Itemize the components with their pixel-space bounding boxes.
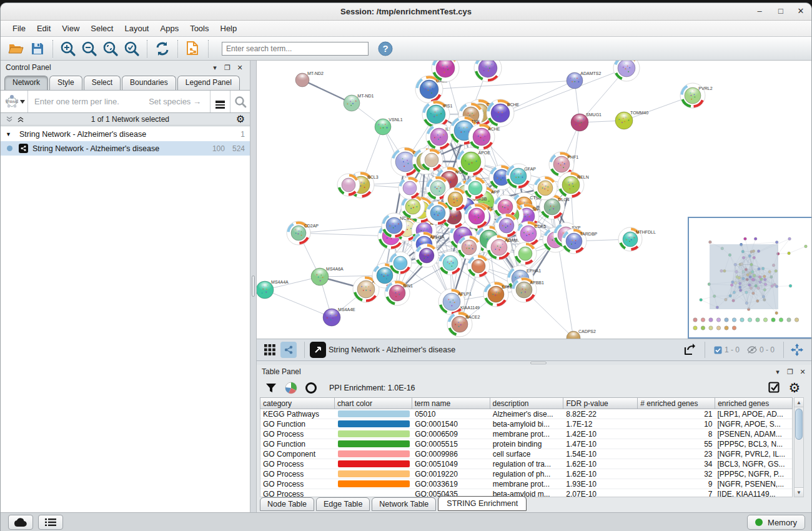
table-row[interactable]: KEGG Pathways05010Alzheimer's dise...8.8…: [260, 409, 792, 419]
network-node-n6[interactable]: [613, 61, 640, 81]
column-header-category[interactable]: category: [260, 397, 335, 409]
network-node-ms4a6a[interactable]: MS4A6A: [311, 267, 344, 285]
singleton-node[interactable]: [795, 318, 798, 322]
help-button[interactable]: ?: [376, 39, 395, 58]
open-session-button[interactable]: [7, 39, 26, 58]
network-node-n8[interactable]: [415, 244, 438, 267]
singleton-node[interactable]: [756, 318, 760, 322]
network-node-n2[interactable]: [474, 61, 502, 82]
singleton-node[interactable]: [732, 318, 736, 322]
table-row[interactable]: GO ProcessGO:0051049regulation of tra...…: [260, 459, 792, 469]
column-header-term-name[interactable]: term name: [412, 397, 490, 409]
menu-layout[interactable]: Layout: [119, 22, 154, 35]
network-node-ms4a4a[interactable]: MS4A4A: [257, 280, 289, 299]
birdseye-toggle-button[interactable]: [789, 342, 805, 358]
scroll-up-icon[interactable]: ▲: [795, 398, 803, 407]
tab-string-enrichment[interactable]: STRING Enrichment: [438, 496, 527, 511]
table-row[interactable]: GO ProcessGO:0019220regulation of ph...1…: [260, 469, 792, 479]
network-node-tardbp[interactable]: TARDBP: [562, 229, 598, 254]
network-node-bace2[interactable]: BACE2: [447, 312, 480, 337]
panel-float-icon[interactable]: ❐: [222, 64, 232, 72]
network-node-f13[interactable]: [399, 177, 421, 199]
network-node-f14[interactable]: [533, 176, 557, 200]
panel-menu-icon[interactable]: ▾: [773, 368, 783, 376]
singleton-node[interactable]: [709, 326, 713, 330]
menu-select[interactable]: Select: [85, 22, 119, 35]
collapse-all-icon[interactable]: [6, 116, 13, 123]
minimize-button[interactable]: –: [753, 6, 766, 17]
tab-node-table[interactable]: Node Table: [260, 497, 314, 511]
column-header--enriched-genes[interactable]: # enriched genes: [638, 397, 715, 409]
network-node-mt-nd2[interactable]: MT-ND2: [295, 71, 324, 87]
singleton-node[interactable]: [693, 326, 697, 330]
refresh-button[interactable]: [153, 39, 172, 58]
menu-edit[interactable]: Edit: [31, 22, 56, 35]
singleton-node[interactable]: [771, 318, 775, 322]
network-node-f10[interactable]: [438, 251, 462, 275]
splitter-handle[interactable]: [530, 362, 547, 364]
network-canvas[interactable]: MT-ND2MT-ND1VSNL1GAB2IRS1CHATBCHEIL1BTNF…: [257, 61, 812, 339]
splitter-handle[interactable]: [252, 275, 255, 297]
string-options-button[interactable]: [210, 91, 230, 112]
cloud-tasks-button[interactable]: [8, 515, 33, 530]
export-network-button[interactable]: [681, 342, 697, 358]
vertical-splitter[interactable]: [250, 61, 257, 512]
scroll-down-icon[interactable]: ▼: [795, 487, 803, 497]
tab-boundaries[interactable]: Boundaries: [122, 76, 176, 90]
network-node-f15[interactable]: [389, 252, 412, 274]
zoom-out-button[interactable]: [80, 39, 99, 58]
network-node-n11[interactable]: [464, 204, 489, 229]
singleton-node[interactable]: [716, 326, 720, 330]
tab-select[interactable]: Select: [84, 76, 121, 90]
table-row[interactable]: GO ProcessGO:0033619membrane prot...1.93…: [260, 479, 792, 489]
panel-float-icon[interactable]: ❐: [785, 368, 795, 376]
singleton-node[interactable]: [779, 318, 783, 322]
birdseye-viewport[interactable]: [710, 244, 778, 309]
singleton-node[interactable]: [725, 326, 728, 330]
memory-button[interactable]: Memory: [747, 515, 805, 530]
table-row[interactable]: GO ComponentGO:0009986cell surface1.54E-…: [260, 449, 792, 459]
table-row[interactable]: GO ProcessGO:0006509membrane prot...1.42…: [260, 429, 792, 439]
network-node-vsnl1[interactable]: VSNL1: [375, 117, 403, 135]
menu-help[interactable]: Help: [215, 22, 243, 35]
network-node-bin1[interactable]: BIN1: [385, 280, 413, 305]
column-header-fdr-p-value[interactable]: FDR p-value: [563, 397, 638, 409]
panel-menu-icon[interactable]: ▾: [210, 64, 220, 72]
tab-legend-panel[interactable]: Legend Panel: [177, 76, 240, 90]
panel-close-icon[interactable]: ✕: [798, 368, 808, 376]
network-node-cd2ap[interactable]: CD2AP: [287, 221, 319, 245]
network-node-reln[interactable]: RELN: [558, 172, 589, 198]
collapse-triangle-icon[interactable]: ▼: [6, 131, 19, 137]
menu-view[interactable]: View: [56, 22, 85, 35]
maximize-button[interactable]: □: [774, 6, 788, 17]
gear-icon[interactable]: ⚙: [236, 113, 245, 125]
network-node-f6[interactable]: [464, 177, 487, 199]
menu-apps[interactable]: Apps: [155, 22, 185, 35]
network-node-f8[interactable]: [495, 214, 518, 237]
network-node-f12[interactable]: [514, 242, 537, 265]
menu-file[interactable]: File: [7, 22, 31, 35]
column-header-enriched-genes[interactable]: enriched genes: [715, 397, 793, 409]
network-node-ache[interactable]: ACHE: [468, 124, 500, 150]
singleton-node[interactable]: [748, 318, 751, 322]
expand-all-icon[interactable]: [17, 116, 24, 123]
zoom-selected-button[interactable]: [122, 39, 141, 58]
settings-button[interactable]: ⚙: [786, 380, 803, 395]
ring-chart-button[interactable]: [303, 380, 319, 395]
network-node-f3[interactable]: [426, 201, 450, 225]
network-node-epha5[interactable]: EPHA5: [483, 282, 516, 307]
tab-style[interactable]: Style: [49, 76, 82, 90]
table-row[interactable]: GO FunctionGO:0001540beta-amyloid bi...1…: [260, 419, 792, 429]
column-header-chart-color[interactable]: chart color: [335, 397, 412, 409]
zoom-in-button[interactable]: [59, 39, 77, 58]
save-session-button[interactable]: [28, 39, 47, 58]
task-history-button[interactable]: [38, 515, 63, 530]
detach-view-button[interactable]: [310, 342, 326, 358]
network-node-cadps2[interactable]: CADPS2: [567, 329, 596, 339]
network-node-n4[interactable]: [337, 174, 360, 196]
table-scrollbar[interactable]: ▲ ▼: [794, 397, 804, 497]
close-button[interactable]: ✕: [794, 6, 808, 17]
network-view-mode-button[interactable]: [280, 342, 297, 358]
tab-network[interactable]: Network: [4, 76, 48, 90]
network-node-cdk5[interactable]: CDK5: [516, 221, 546, 246]
